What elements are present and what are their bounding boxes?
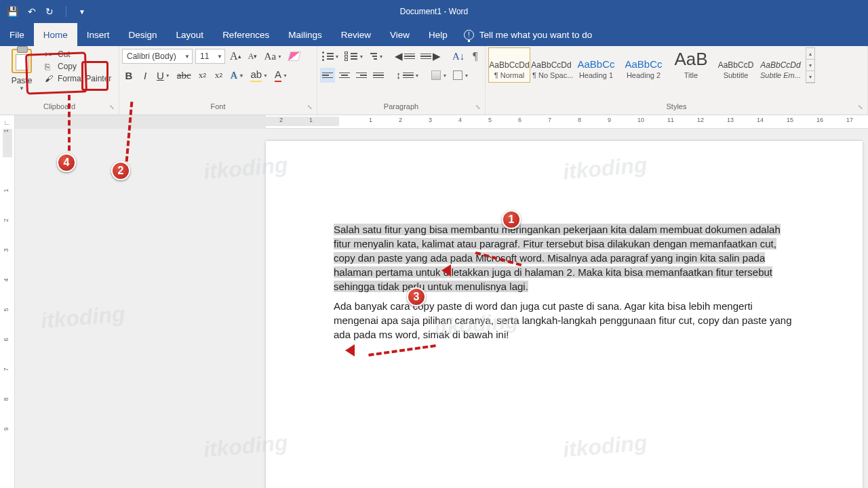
ruler-tab-selector[interactable]: ∟ xyxy=(0,115,15,129)
font-size-combo[interactable]: 11▼ xyxy=(195,49,225,64)
line-spacing-button[interactable]: ↕▼ xyxy=(394,68,421,83)
paste-label: Paste xyxy=(12,76,33,85)
underline-button[interactable]: U▼ xyxy=(155,68,172,83)
strikethrough-button[interactable]: abc xyxy=(175,68,193,83)
italic-button[interactable]: I xyxy=(138,68,152,83)
style-heading2[interactable]: AaBbCcHeading 2 xyxy=(620,47,667,83)
font-group-label: Font⤡ xyxy=(122,102,314,115)
increase-indent-button[interactable]: ▶ xyxy=(419,49,443,64)
clear-formatting-button[interactable] xyxy=(287,49,302,64)
bullets-button[interactable]: ▼ xyxy=(320,49,341,64)
title-bar: 💾 ↶ ↻ ▼ Document1 - Word xyxy=(0,0,868,23)
styles-scroll[interactable]: ▴▾▾ xyxy=(806,47,815,83)
tab-home[interactable]: Home xyxy=(34,23,77,46)
style-title[interactable]: AaBTitle xyxy=(667,47,715,83)
paragraph-group-label: Paragraph⤡ xyxy=(320,102,482,115)
paragraph-2[interactable]: Ada banyak cara copy paste di word dan j… xyxy=(334,299,795,342)
paragraph-1-selection[interactable]: Salah satu fitur yang bisa membantu meri… xyxy=(334,224,781,292)
align-right-button[interactable] xyxy=(354,68,369,83)
tab-references[interactable]: References xyxy=(213,23,279,46)
tab-view[interactable]: View xyxy=(380,23,419,46)
clipboard-launcher[interactable]: ⤡ xyxy=(109,104,115,110)
cut-button[interactable]: Cut xyxy=(43,49,113,60)
styles-gallery[interactable]: AaBbCcDd¶ Normal AaBbCcDd¶ No Spac... Aa… xyxy=(488,47,804,83)
tell-me-search[interactable]: ! Tell me what you want to do xyxy=(464,23,593,46)
style-subtle-emphasis[interactable]: AaBbCcDdSubtle Em... xyxy=(757,47,804,83)
styles-launcher[interactable]: ⤡ xyxy=(858,104,863,110)
font-launcher[interactable]: ⤡ xyxy=(307,104,313,110)
borders-button[interactable]: ▼ xyxy=(451,68,471,83)
document-page[interactable]: Salah satu fitur yang bisa membantu meri… xyxy=(266,141,863,488)
align-center-button[interactable] xyxy=(337,68,352,83)
copy-icon xyxy=(45,62,54,71)
cut-icon xyxy=(45,49,54,59)
multilevel-list-button[interactable]: ▼ xyxy=(368,49,385,64)
highlight-button[interactable]: ab▼ xyxy=(248,68,270,83)
paragraph-launcher[interactable]: ⤡ xyxy=(475,104,481,110)
clipboard-group-label: Clipboard⤡ xyxy=(3,102,116,115)
annotation-line-4 xyxy=(68,95,71,159)
numbering-button[interactable]: ▼ xyxy=(343,49,366,64)
qa-separator xyxy=(66,6,66,17)
vertical-ruler[interactable]: 21123456789 xyxy=(0,129,15,488)
font-name-combo[interactable]: Calibri (Body)▼ xyxy=(122,49,193,64)
paste-button[interactable]: Paste ▼ xyxy=(3,47,41,92)
tab-mailings[interactable]: Mailings xyxy=(279,23,332,46)
style-normal[interactable]: AaBbCcDd¶ Normal xyxy=(488,47,530,83)
style-no-spacing[interactable]: AaBbCcDd¶ No Spac... xyxy=(530,47,572,83)
border-icon xyxy=(453,70,462,80)
style-heading1[interactable]: AaBbCcHeading 1 xyxy=(572,47,620,83)
shading-button[interactable]: ▼ xyxy=(429,68,449,83)
copy-button[interactable]: Copy xyxy=(43,61,113,72)
grow-font-button[interactable]: A▴ xyxy=(228,49,243,64)
document-area: 21123456789 Salah satu fitur yang bisa m… xyxy=(0,129,868,488)
format-painter-icon xyxy=(45,74,54,83)
save-icon[interactable]: 💾 xyxy=(7,6,18,17)
ribbon-tabs: File Home Insert Design Layout Reference… xyxy=(0,23,868,46)
bulb-icon: ! xyxy=(464,30,474,40)
format-painter-button[interactable]: Format Painter xyxy=(43,73,113,84)
subscript-button[interactable]: x2 xyxy=(196,68,210,83)
change-case-button[interactable]: Aa▼ xyxy=(262,49,284,64)
qa-customize-icon[interactable]: ▼ xyxy=(79,8,85,16)
tab-review[interactable]: Review xyxy=(332,23,380,46)
styles-group-label: Styles⤡ xyxy=(488,102,865,115)
window-title: Document1 - Word xyxy=(400,7,468,16)
decrease-indent-button[interactable]: ◀ xyxy=(393,49,417,64)
shading-icon xyxy=(431,70,441,80)
tab-help[interactable]: Help xyxy=(419,23,457,46)
bold-button[interactable]: B xyxy=(122,68,136,83)
sort-button[interactable]: A↓ xyxy=(450,49,467,64)
text-effects-button[interactable]: A▼ xyxy=(229,68,246,83)
paste-icon xyxy=(12,49,32,73)
show-marks-button[interactable]: ¶ xyxy=(469,49,482,64)
tab-insert[interactable]: Insert xyxy=(77,23,119,46)
undo-icon[interactable]: ↶ xyxy=(28,6,36,17)
shrink-font-button[interactable]: A▾ xyxy=(246,49,260,64)
style-subtitle[interactable]: AaBbCcDSubtitle xyxy=(715,47,757,83)
font-color-button[interactable]: A▼ xyxy=(273,68,290,83)
justify-button[interactable] xyxy=(371,68,386,83)
tab-design[interactable]: Design xyxy=(119,23,167,46)
superscript-button[interactable]: x2 xyxy=(212,68,226,83)
tab-file[interactable]: File xyxy=(0,23,34,46)
tell-me-label: Tell me what you want to do xyxy=(479,30,593,40)
align-left-button[interactable] xyxy=(320,68,335,83)
tab-layout[interactable]: Layout xyxy=(167,23,214,46)
redo-icon[interactable]: ↻ xyxy=(45,6,54,17)
eraser-icon xyxy=(288,52,301,61)
